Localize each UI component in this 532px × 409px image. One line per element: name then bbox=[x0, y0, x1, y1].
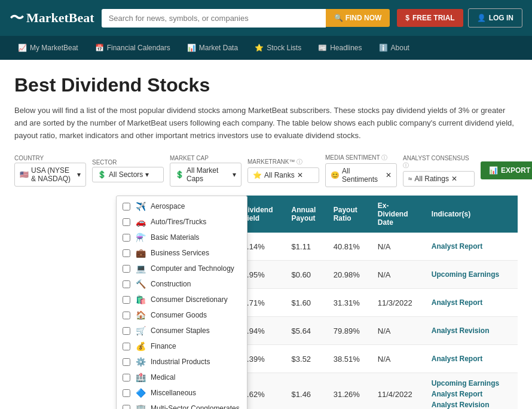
nav-item-financial-calendars[interactable]: 📅 Financial Calendars bbox=[87, 36, 179, 60]
sector-checkbox[interactable] bbox=[123, 218, 130, 226]
dollar-circle-icon: 💲 bbox=[175, 170, 184, 179]
sector-type-icon: 🛒 bbox=[135, 326, 146, 335]
info-icon: ℹ️ bbox=[379, 44, 388, 52]
sector-checkbox[interactable] bbox=[123, 234, 130, 242]
smiley-icon: 😊 bbox=[331, 171, 340, 179]
indicators-cell: Analyst Report bbox=[426, 233, 518, 261]
consensus-filter: Analyst Consensus ⓘ ≈ All Ratings ✕ bbox=[403, 155, 475, 187]
sector-item[interactable]: ⚙️ Industrial Products bbox=[117, 354, 247, 370]
sector-name: Consumer Discretionary bbox=[151, 295, 228, 304]
nav-label-mymarketbeat: My MarketBeat bbox=[30, 44, 78, 52]
excel-icon: 📊 bbox=[489, 166, 498, 175]
chevron-down-icon: ▾ bbox=[77, 170, 81, 179]
indicators-cell: Analyst Report bbox=[426, 289, 518, 317]
pulse-icon: 📈 bbox=[18, 44, 27, 52]
nav-item-market-data[interactable]: 📊 Market Data bbox=[179, 36, 246, 60]
nav-item-about[interactable]: ℹ️ About bbox=[371, 36, 418, 60]
free-trial-button[interactable]: $ FREE TRIAL bbox=[397, 9, 463, 27]
sector-type-icon: 💻 bbox=[135, 264, 146, 273]
sector-type-icon: 💼 bbox=[135, 248, 146, 258]
sector-checkbox[interactable] bbox=[123, 405, 130, 409]
find-now-button[interactable]: 🔍 FIND NOW bbox=[326, 9, 390, 27]
nav-item-mymarketbeat[interactable]: 📈 My MarketBeat bbox=[10, 36, 87, 60]
payout-ratio-cell: 79.89% bbox=[328, 317, 372, 345]
sector-checkbox[interactable] bbox=[123, 280, 130, 288]
sector-type-icon: ✈️ bbox=[135, 202, 146, 211]
sector-name: Aerospace bbox=[151, 202, 185, 210]
sentiment-value: All Sentiments bbox=[342, 167, 383, 184]
sector-checkbox[interactable] bbox=[123, 249, 130, 257]
search-input[interactable] bbox=[102, 9, 326, 28]
country-filter: Country 🇺🇸 USA (NYSE & NASDAQ) ▾ bbox=[14, 155, 86, 187]
market-cap-value: All Market Caps bbox=[186, 166, 230, 183]
indicator-link[interactable]: Analyst Report bbox=[432, 241, 512, 252]
indicator-link[interactable]: Upcoming Earnings bbox=[432, 269, 512, 280]
indicator-link[interactable]: Analyst Report bbox=[432, 353, 512, 364]
sector-checkbox[interactable] bbox=[123, 343, 130, 350]
indicator-link[interactable]: Analyst Revision bbox=[432, 399, 512, 409]
sector-checkbox[interactable] bbox=[123, 312, 130, 319]
sector-item[interactable]: 🏢 Multi-Sector Conglomerates bbox=[117, 401, 247, 409]
sector-item[interactable]: 🔷 Miscellaneous bbox=[117, 385, 247, 401]
sector-checkbox[interactable] bbox=[123, 358, 130, 366]
indicators-cell: Analyst Report bbox=[426, 345, 518, 373]
sector-type-icon: ⚗️ bbox=[135, 233, 146, 242]
sector-name: Multi-Sector Conglomerates bbox=[151, 404, 240, 409]
sector-checkbox[interactable] bbox=[123, 374, 130, 381]
sector-checkbox[interactable] bbox=[123, 389, 130, 397]
sector-item[interactable]: 🚗 Auto/Tires/Trucks bbox=[117, 214, 247, 230]
chevron-down-icon-sector: ▾ bbox=[145, 170, 149, 179]
export-button[interactable]: 📊 EXPORT bbox=[481, 161, 532, 179]
indicators-cell: Upcoming Earnings bbox=[426, 261, 518, 289]
indicator-link[interactable]: Analyst Report bbox=[432, 297, 512, 308]
page-content: Best Dividend Stocks Below you will find… bbox=[0, 60, 532, 409]
user-icon: 👤 bbox=[477, 14, 486, 22]
sector-type-icon: 🏠 bbox=[135, 310, 146, 320]
flag-icon: 🇺🇸 bbox=[20, 170, 29, 179]
sector-checkbox[interactable] bbox=[123, 327, 130, 335]
log-in-button[interactable]: 👤 LOG IN bbox=[468, 8, 522, 28]
nav-label-financial-calendars: Financial Calendars bbox=[107, 44, 170, 52]
chevron-down-icon-cap: ▾ bbox=[233, 170, 236, 179]
indicator-link[interactable]: Upcoming Earnings bbox=[432, 378, 512, 389]
rating-icon: ≈ bbox=[408, 175, 412, 183]
star-icon: ⭐ bbox=[255, 44, 264, 52]
sector-item[interactable]: 🛍️ Consumer Discretionary bbox=[117, 292, 247, 307]
sector-item[interactable]: 🔨 Construction bbox=[117, 276, 247, 292]
marketrank-filter: MarketRank™ ⓘ ⭐ All Ranks ✕ bbox=[247, 158, 319, 183]
marketrank-select[interactable]: ⭐ All Ranks ✕ bbox=[247, 167, 319, 183]
sector-select[interactable]: 💲 All Sectors ▾ bbox=[92, 167, 164, 182]
sentiment-label: Media Sentiment ⓘ bbox=[325, 154, 397, 162]
sector-item[interactable]: 💰 Finance bbox=[117, 338, 247, 354]
sector-item[interactable]: 🏥 Medical bbox=[117, 370, 247, 385]
sector-item[interactable]: 💼 Business Services bbox=[117, 245, 247, 261]
sentiment-select[interactable]: 😊 All Sentiments ✕ bbox=[325, 163, 397, 187]
sector-checkbox[interactable] bbox=[123, 203, 130, 210]
sector-item[interactable]: ✈️ Aerospace bbox=[117, 199, 247, 214]
sector-type-icon: 🏥 bbox=[135, 373, 146, 382]
payout-ratio-cell: 20.98% bbox=[328, 261, 372, 289]
sector-item[interactable]: ⚗️ Basic Materials bbox=[117, 230, 247, 245]
consensus-select[interactable]: ≈ All Ratings ✕ bbox=[403, 171, 475, 187]
th-annual-payout: AnnualPayout bbox=[286, 196, 328, 233]
sector-type-icon: 🛍️ bbox=[135, 295, 146, 304]
country-select[interactable]: 🇺🇸 USA (NYSE & NASDAQ) ▾ bbox=[14, 163, 86, 187]
sector-item[interactable]: 🏠 Consumer Goods bbox=[117, 307, 247, 323]
sector-name: Consumer Goods bbox=[151, 311, 207, 319]
sector-checkbox[interactable] bbox=[123, 296, 130, 304]
indicator-link[interactable]: Analyst Report bbox=[432, 389, 512, 399]
sector-item[interactable]: 🛒 Consumer Staples bbox=[117, 323, 247, 338]
close-marketrank-icon: ✕ bbox=[297, 171, 303, 179]
top-header: 〜 MarketBeat 🔍 FIND NOW $ FREE TRIAL 👤 L… bbox=[0, 0, 532, 36]
indicator-link[interactable]: Analyst Revision bbox=[432, 325, 512, 336]
sector-checkbox[interactable] bbox=[123, 265, 130, 273]
market-cap-select[interactable]: 💲 All Market Caps ▾ bbox=[170, 163, 241, 187]
nav-item-headlines[interactable]: 📰 Headlines bbox=[310, 36, 370, 60]
annual-payout-cell: $0.60 bbox=[286, 261, 328, 289]
nav-item-stock-lists[interactable]: ⭐ Stock Lists bbox=[246, 36, 310, 60]
nav-label-headlines: Headlines bbox=[330, 44, 362, 52]
logo-chart-icon: 〜 bbox=[10, 8, 24, 28]
nav-label-market-data: Market Data bbox=[199, 44, 238, 52]
calendar-icon: 📅 bbox=[95, 44, 104, 52]
sector-item[interactable]: 💻 Computer and Technology bbox=[117, 261, 247, 276]
